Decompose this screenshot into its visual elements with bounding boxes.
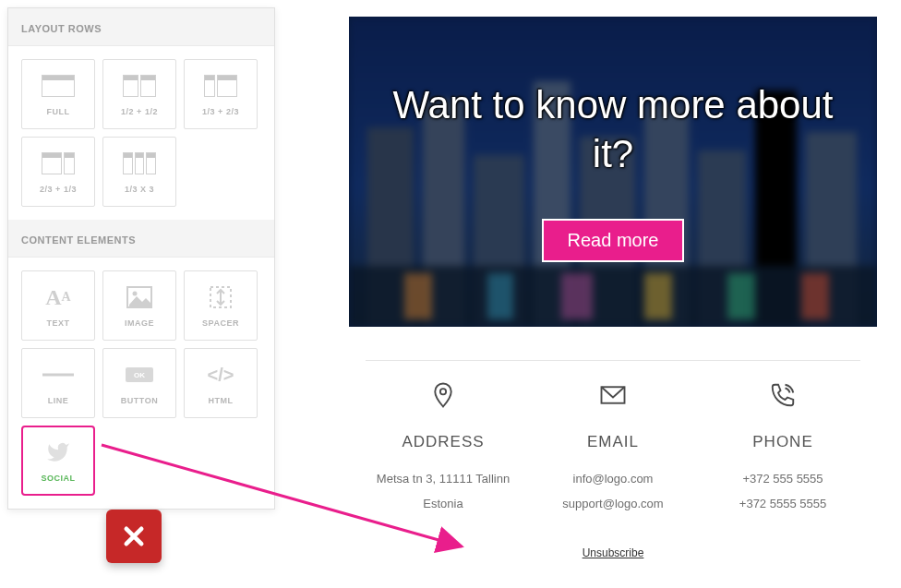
content-tile-image[interactable]: IMAGE — [102, 270, 176, 341]
svg-rect-19 — [561, 273, 593, 319]
twitter-icon — [40, 438, 77, 466]
layout-2-1-icon — [40, 150, 77, 177]
contact-line: Estonia — [423, 495, 463, 514]
contact-phone: PHONE +372 555 5555 +372 5555 5555 — [698, 378, 868, 514]
layout-rows-header: LAYOUT ROWS — [8, 8, 274, 46]
contact-line: +372 555 5555 — [742, 470, 823, 489]
text-icon: AA — [40, 283, 77, 311]
tile-label: TEXT — [46, 318, 69, 328]
contact-line: Metsa tn 3, 11111 Tallinn — [377, 470, 510, 489]
contact-heading: EMAIL — [587, 433, 639, 451]
contact-address: ADDRESS Metsa tn 3, 11111 Tallinn Estoni… — [358, 378, 528, 514]
layout-1-2-icon — [202, 72, 239, 100]
content-elements-grid: AA TEXT IMAGE SPACER LINE OK BUTTON — [8, 258, 274, 509]
tile-label: BUTTON — [121, 396, 158, 405]
builder-sidebar: LAYOUT ROWS FULL 1/2 + 1/2 — [7, 7, 275, 510]
contact-row: ADDRESS Metsa tn 3, 11111 Tallinn Estoni… — [349, 378, 877, 514]
layout-tile-third-twothird[interactable]: 1/3 + 2/3 — [184, 59, 258, 129]
layout-tile-twothird-third[interactable]: 2/3 + 1/3 — [21, 137, 95, 207]
content-tile-button[interactable]: OK BUTTON — [102, 348, 176, 418]
hero-title: Want to know more about it? — [349, 81, 877, 178]
svg-point-1 — [133, 292, 138, 296]
contact-heading: ADDRESS — [402, 433, 484, 451]
unsubscribe-link[interactable]: Unsubscribe — [583, 546, 644, 559]
svg-rect-22 — [801, 273, 829, 319]
layout-full-icon — [40, 72, 77, 100]
line-icon — [40, 361, 77, 389]
tile-label: 1/2 + 1/2 — [121, 107, 158, 116]
svg-rect-20 — [644, 273, 672, 319]
layout-half-icon — [121, 72, 158, 100]
content-tile-html[interactable]: </> HTML — [184, 348, 258, 418]
html-icon: </> — [202, 361, 239, 389]
tile-label: 1/3 + 2/3 — [202, 107, 239, 116]
content-tile-social[interactable]: SOCIAL — [21, 426, 95, 496]
close-icon — [121, 523, 147, 549]
footer-separator — [366, 360, 860, 361]
unsubscribe-wrap: Unsubscribe — [349, 544, 877, 560]
content-elements-header: CONTENT ELEMENTS — [8, 220, 274, 258]
svg-rect-18 — [487, 273, 513, 319]
content-tile-line[interactable]: LINE — [21, 348, 95, 418]
contact-line: support@logo.com — [562, 495, 663, 514]
close-button[interactable] — [106, 510, 162, 563]
tile-label: IMAGE — [125, 318, 154, 328]
email-preview: Want to know more about it? Read more AD… — [349, 17, 877, 560]
tile-label: 2/3 + 1/3 — [40, 185, 77, 194]
layout-thirds-icon — [121, 150, 158, 177]
layout-tile-half-half[interactable]: 1/2 + 1/2 — [102, 59, 176, 129]
envelope-icon — [599, 378, 627, 413]
tile-label: SOCIAL — [41, 474, 75, 483]
spacer-icon — [202, 283, 239, 311]
tile-label: HTML — [209, 396, 234, 405]
image-icon — [121, 283, 158, 311]
layout-rows-grid: FULL 1/2 + 1/2 1/3 + 2/3 — [8, 46, 274, 220]
contact-line: info@logo.com — [573, 470, 654, 489]
content-tile-spacer[interactable]: SPACER — [184, 270, 258, 341]
contact-email: EMAIL info@logo.com support@logo.com — [528, 378, 698, 514]
pin-icon — [429, 378, 457, 413]
tile-label: SPACER — [202, 318, 239, 328]
contact-heading: PHONE — [752, 433, 812, 451]
contact-line: +372 5555 5555 — [739, 495, 826, 514]
tile-label: FULL — [47, 107, 70, 116]
hero-section: Want to know more about it? Read more — [349, 17, 877, 327]
layout-tile-thirds[interactable]: 1/3 X 3 — [102, 137, 176, 207]
content-tile-text[interactable]: AA TEXT — [21, 270, 95, 341]
button-icon: OK — [121, 361, 158, 389]
phone-icon — [769, 378, 797, 413]
layout-tile-full[interactable]: FULL — [21, 59, 95, 129]
tile-label: LINE — [48, 396, 69, 405]
svg-rect-21 — [727, 273, 755, 319]
tile-label: 1/3 X 3 — [125, 185, 154, 194]
svg-rect-17 — [404, 273, 432, 319]
svg-point-23 — [440, 389, 446, 394]
read-more-button[interactable]: Read more — [542, 219, 685, 262]
